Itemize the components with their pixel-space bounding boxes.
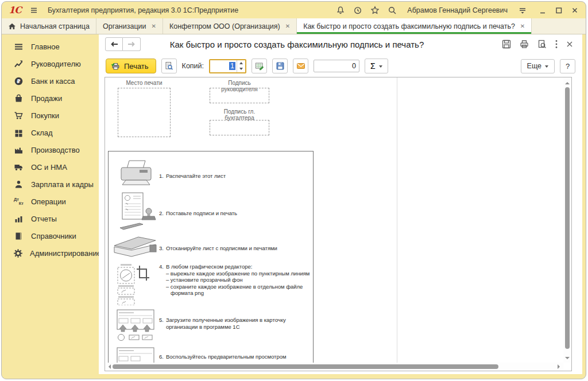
instructions-box: 1. Распечатайте этот лист [108,151,314,371]
tab-facsimile-article[interactable]: Как быстро и просто создать факсимильную… [297,18,532,34]
favorites-star-icon[interactable] [370,6,380,15]
main-menu-icon[interactable] [29,6,38,15]
tab-label: Как быстро и просто создать факсимильную… [303,22,515,30]
scroll-down-icon[interactable] [565,357,570,361]
forward-button[interactable] [123,37,141,51]
sidebar-item-manager[interactable]: Руководителю [5,55,99,72]
stamp-place-label: Место печати [118,80,171,86]
page-title: Как быстро и просто создать факсимильную… [156,40,438,49]
vertical-scrollbar[interactable] [563,77,571,363]
help-button[interactable]: ? [560,59,575,73]
back-button[interactable] [105,37,123,51]
stamp-placeholder-box [118,88,171,137]
ruble-coin-icon: ₽ [13,76,24,86]
bar-chart-icon [13,214,24,224]
spin-down-icon[interactable] [237,66,245,72]
scroll-up-icon[interactable] [565,80,570,84]
send-mail-button[interactable] [293,59,308,73]
sidebar-item-bank-cash[interactable]: ₽ Банк и касса [5,72,99,90]
vertical-scroll-thumb[interactable] [565,87,570,349]
preview-button[interactable] [161,59,177,73]
spin-up-icon[interactable] [237,60,245,67]
factory-icon [13,145,24,155]
close-form-icon[interactable] [566,40,574,48]
sidebar-item-warehouse[interactable]: Склад [5,124,99,141]
horizontal-scroll-thumb[interactable] [113,364,498,369]
tab-konfetprom[interactable]: Конфетпром ООО (Организация) ✕ [163,18,297,34]
menu-lines-icon [13,42,24,52]
book-icon [13,231,24,241]
tab-organizations[interactable]: Организации ✕ [96,18,163,34]
sum-field[interactable]: 0 [314,60,359,72]
dt-kt-icon: ДтКт [13,197,24,205]
tab-close-icon[interactable]: ✕ [285,24,290,29]
envelope-icon [296,61,305,71]
app-title: Бухгалтерия предприятия, редакция 3.0 1С… [48,6,238,14]
page-setup-button[interactable] [252,59,267,73]
tab-home[interactable]: Начальная страница [2,18,96,34]
sidebar-item-directories[interactable]: Справочники [5,227,99,244]
preview-doc-icon [164,61,173,71]
tab-label: Начальная страница [20,22,90,30]
tab-label: Организации [103,22,146,30]
shopping-bag-icon [13,94,24,103]
more-actions-button[interactable]: Еще [521,59,555,73]
svg-text:₽: ₽ [17,78,20,84]
gear-icon [13,248,23,258]
scroll-right-icon[interactable] [558,364,562,369]
upload-form-illustration [115,309,156,342]
title-bar: 1С Бухгалтерия предприятия, редакция 3.0… [2,2,586,18]
scroll-left-icon[interactable] [106,364,111,369]
trend-chart-icon [13,59,24,69]
form-header: Как быстро и просто создать факсимильную… [99,34,582,55]
sum-sigma-button[interactable]: Σ [365,59,388,73]
tab-label: Конфетпром ООО (Организация) [169,22,280,30]
save-file-button[interactable] [272,59,288,73]
tab-close-icon[interactable]: ✕ [152,24,156,29]
history-icon[interactable] [353,6,362,15]
sidebar-item-main[interactable]: Главное [5,38,99,55]
more-dots-icon[interactable] [555,39,558,49]
preview-icon[interactable] [537,39,547,49]
director-sign-box [210,88,269,103]
home-icon [8,22,16,30]
printer-check-icon [111,61,121,71]
print-button[interactable]: Печать [106,59,156,73]
save-icon[interactable] [501,39,512,49]
notifications-bell-icon[interactable] [336,6,345,15]
arrow-right-icon [127,40,136,48]
floppy-icon [276,61,285,71]
close-window-icon[interactable] [571,6,579,14]
tab-close-icon[interactable]: ✕ [520,24,525,29]
sidebar-item-reports[interactable]: Отчеты [5,210,99,227]
service-menu-icon[interactable] [518,6,527,15]
sign-stamp-illustration [118,192,159,231]
crop-editor-illustration [117,263,152,305]
person-icon [13,180,24,189]
sidebar-item-sales[interactable]: Продажи [5,90,99,107]
maximize-icon[interactable] [555,6,563,14]
sidebar-item-fixed-assets[interactable]: ОС и НМА [5,158,99,176]
copies-spinner[interactable]: 1 [209,59,246,73]
sigma-icon: Σ [370,61,376,71]
sidebar-item-production[interactable]: Производство [5,141,99,158]
app-window: 1С Бухгалтерия предприятия, редакция 3.0… [1,1,586,379]
print-icon[interactable] [519,39,529,49]
sidebar-item-administration[interactable]: Администрирование [5,244,99,262]
document-preview: Место печати Подпись руководителя Подпис… [105,77,572,371]
minimize-icon[interactable] [539,6,547,14]
accountant-sign-label: Подпись гл. бухгалтера [210,108,269,121]
1c-logo: 1С [9,5,21,15]
cart-icon [13,111,24,120]
sidebar-item-operations[interactable]: ДтКт Операции [5,193,99,210]
search-icon[interactable] [388,6,397,15]
sidebar-item-purchases[interactable]: Покупки [5,107,99,124]
print-toolbar: Печать Копий: 1 [99,55,582,77]
current-user[interactable]: Абрамов Геннадий Сергеевич [407,6,508,14]
printer-illustration [117,158,158,188]
sidebar-item-salary-hr[interactable]: Зарплата и кадры [5,176,99,193]
horizontal-scrollbar[interactable] [105,363,563,371]
copies-label: Копий: [182,62,204,70]
table-edit-icon [255,61,264,71]
chevron-down-icon [379,65,382,69]
